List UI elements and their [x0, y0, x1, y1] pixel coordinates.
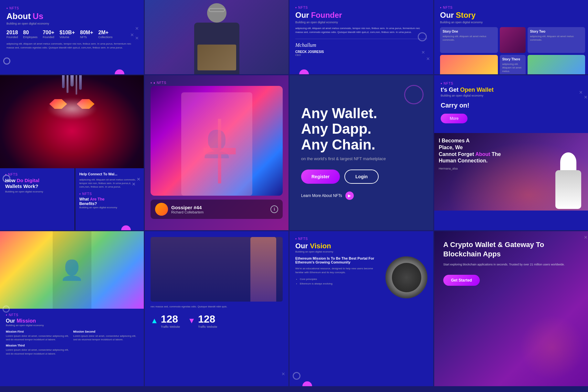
stat-label-founded2: Founded [43, 36, 54, 39]
stat-value-founded2: 700+ [43, 30, 54, 36]
more-button[interactable]: More [441, 114, 467, 123]
our-story-title-yellow: Story [456, 11, 476, 20]
nft-image-bg: 👤 [151, 86, 283, 196]
nfts-label-ow: NFTs [441, 82, 584, 85]
how-digital-wallets: NFTs How Do Digital Wallets Work? Buildi… [0, 168, 75, 230]
get-started-button[interactable]: Get Started [443, 275, 480, 286]
our-founder-body: adipiscing elit. Aliquam sit amet metus … [295, 26, 427, 34]
carry-on: Carry on! [441, 102, 584, 109]
nfts-label-about: NFTs [6, 6, 137, 10]
open-wallet-title-area: t's Get Open Wallet [441, 87, 584, 93]
icicles [0, 75, 144, 95]
nft-image-area: 👤 [151, 86, 283, 196]
crypto-title: A Crypto Wallet & Gateway To Blockchain … [443, 240, 582, 259]
traffic-figure [250, 237, 276, 302]
open-wallet-subtitle: Building an open digital economy [441, 94, 584, 97]
nft-avatar [155, 203, 168, 216]
mask-face [43, 89, 101, 154]
person-label: Hermana_alsa [439, 167, 552, 170]
story-card-three: Story There adipiscing elit. Aliquam sit… [500, 55, 526, 74]
mission-third-block: Mission Third Lorem ipsum dolor sit amet… [6, 344, 71, 355]
story-three-title: Story There [502, 57, 523, 61]
mission-portrait: 👤 [0, 231, 144, 309]
founder-signature: Mchallum [295, 42, 427, 48]
help-connect: Help Connect To Wal... adipiscing elit. … [75, 168, 144, 230]
story-card-two: Story Two adipiscing elit. Aliquam sit a… [528, 27, 585, 53]
about-subtitle: Building an open digital economy [6, 22, 137, 25]
story-three-text: adipiscing elit. Aliquam sit amet metus. [502, 62, 523, 73]
open-wallet-panel: NFTs t's Get Open Wallet Building an ope… [434, 75, 588, 230]
traffic-num-1: 128 [161, 313, 180, 325]
traffic-stat-2: ▼ 128 Traffic Website [188, 313, 217, 328]
nft-card-panel: ♦ NFTs 👤 Gossiper #44 Richard Collebarte… [145, 75, 289, 230]
about-us-panel: NFTs About Us Building an open digital e… [0, 0, 144, 74]
our-story-title-white: Our [440, 11, 454, 20]
human-connection-area: I Becomes A Place, We Cannot Forget Abou… [434, 133, 588, 211]
deco-semicircle-1 [115, 69, 124, 74]
mask-wallets-panel: NFTs How Do Digital Wallets Work? Buildi… [0, 75, 144, 230]
traffic-stats: ▲ 128 Traffic Website ▼ 128 Traffic Webs… [151, 313, 283, 328]
stats-row: 2018 Founded 80 Employees 700+ Founded $… [6, 30, 137, 39]
astronaut [552, 152, 584, 211]
mission-panel: 👤 NFTs Our Mission Building an open digi… [0, 231, 144, 386]
deco-circle-vision [293, 372, 300, 380]
traffic-person-area [151, 237, 283, 302]
story-two-text: adipiscing elit. Aliquam sit amet metus … [530, 35, 583, 42]
nft-creator: Richard Collebartem [171, 210, 204, 214]
open-wallet-content: NFTs t's Get Open Wallet Building an ope… [434, 75, 588, 130]
wallet-main-title: Any Wallet. Any Dapp. Any Chain. [301, 106, 422, 152]
help-title: Help Connect To Wal... [79, 172, 140, 176]
story-img-2 [440, 55, 498, 74]
our-story-panel: NFTs Our Story Building an open digital … [434, 0, 588, 74]
deco-cross-crypto: ✕ [584, 234, 588, 240]
founder-ceo-name: CRECK JOSRESIS [295, 50, 427, 54]
learn-more-arrow: ▶ [345, 191, 354, 200]
mission-texts: Mission First Lorem ipsum dolor sit amet… [6, 330, 138, 356]
about-title-white: About [6, 11, 31, 21]
founder-photo-panel [145, 0, 289, 74]
story-img-3 [528, 55, 585, 74]
stat-volume: $10B+ Volume [59, 30, 75, 39]
stat-label-volume: Volume [59, 36, 75, 39]
stat-value-collections: 2M+ [98, 30, 112, 36]
nft-info-icon[interactable]: ℹ [270, 205, 278, 213]
nfts-label-founder: NFTs [295, 6, 427, 9]
stat-founded2: 700+ Founded [43, 30, 54, 39]
our-story-subtitle: Building an open digital economy [440, 21, 585, 24]
portrait-figure: 👤 [53, 231, 91, 309]
stat-label-nfts: NFTs [80, 36, 93, 39]
story-card-one: Story One adipiscing elit. Aliquam sit a… [440, 27, 498, 53]
traffic-label-2: Traffic Website [198, 325, 217, 328]
founder-photo-bg [145, 0, 289, 74]
deco-circle-1 [3, 57, 10, 65]
benefits-label: NFTs What Are The Benefits? Building an … [79, 192, 140, 209]
story-two-title: Story Two [530, 30, 583, 33]
stat-value-nfts: 80M+ [80, 30, 93, 36]
nfts-label-card: ♦ NFTs [151, 81, 283, 85]
our-founder-title-white: Our [295, 11, 309, 20]
wallets-title: How Do Digital Wallets Work? [5, 178, 69, 189]
vision-panel: NFTs Our Vision Building an open digital… [289, 231, 433, 386]
wallets-subtitle: Building an open digital economy [5, 190, 69, 193]
learn-more-link[interactable]: Learn More About NFTs ▶ [301, 191, 422, 200]
traffic-num-2: 128 [198, 313, 217, 325]
arrow-up-icon: ▲ [151, 316, 158, 325]
traffic-silhouette [151, 237, 283, 302]
nft-info: Gossiper #44 Richard Collebartem [171, 205, 204, 214]
stat-label-collections: Collections [98, 36, 112, 39]
our-founder-panel: NFTs Our Founder Building an open digita… [289, 0, 433, 74]
wallets-subpanels: NFTs How Do Digital Wallets Work? Buildi… [0, 168, 144, 230]
nft-gossiper-name: Gossiper #44 [171, 205, 204, 210]
arrow-down-icon: ▼ [188, 316, 195, 325]
stat-value-founded: 2018 [6, 30, 18, 36]
story-one-text: adipiscing elit. Aliquam sit amet metus … [443, 35, 495, 42]
register-button[interactable]: Register [301, 170, 340, 184]
deco-cross-traffic: ✕ [281, 371, 285, 377]
mask-image-area [0, 75, 144, 168]
traffic-panel: nec massa sed, commodo egestas odio. Qui… [145, 231, 289, 386]
login-button[interactable]: Login [344, 170, 379, 184]
stat-collections: 2M+ Collections [98, 30, 112, 39]
deco-semi-founder [299, 69, 309, 74]
nft-footer-card: Gossiper #44 Richard Collebartem ℹ [151, 200, 283, 219]
stat-label-founded: Founded [6, 36, 18, 39]
